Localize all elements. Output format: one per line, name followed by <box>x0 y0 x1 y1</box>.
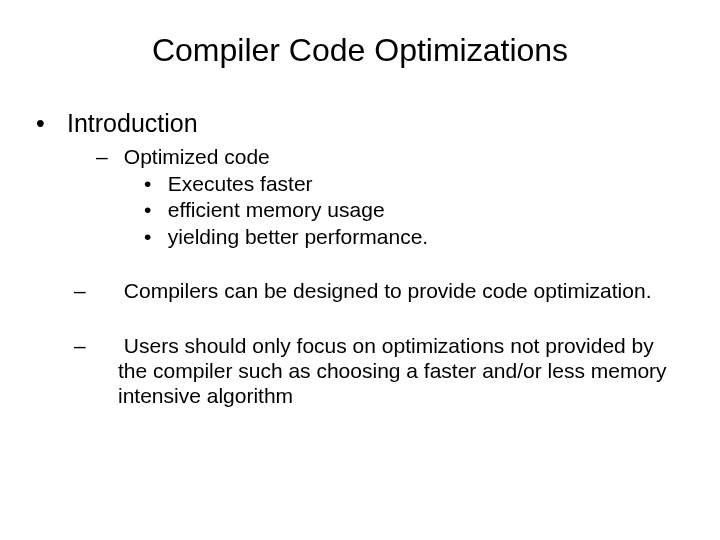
slide-title: Compiler Code Optimizations <box>40 32 680 69</box>
level1-item: Introduction <box>40 109 680 138</box>
level1-text: Introduction <box>67 109 198 137</box>
level2-item: Compilers can be designed to provide cod… <box>96 278 680 303</box>
spacer <box>40 305 680 333</box>
level2-text: Users should only focus on optimizations… <box>118 334 667 407</box>
level3-text: Executes faster <box>168 172 313 195</box>
level2-text: Compilers can be designed to provide cod… <box>124 279 652 302</box>
spacer <box>40 250 680 278</box>
level3-item: Executes faster <box>144 171 680 196</box>
level2-item: Users should only focus on optimizations… <box>96 333 680 409</box>
level2-item: Optimized code <box>96 144 680 169</box>
level3-text: yielding better performance. <box>168 225 428 248</box>
level2-text: Optimized code <box>124 145 270 168</box>
level3-item: efficient memory usage <box>144 197 680 222</box>
level3-text: efficient memory usage <box>168 198 385 221</box>
level3-item: yielding better performance. <box>144 224 680 249</box>
